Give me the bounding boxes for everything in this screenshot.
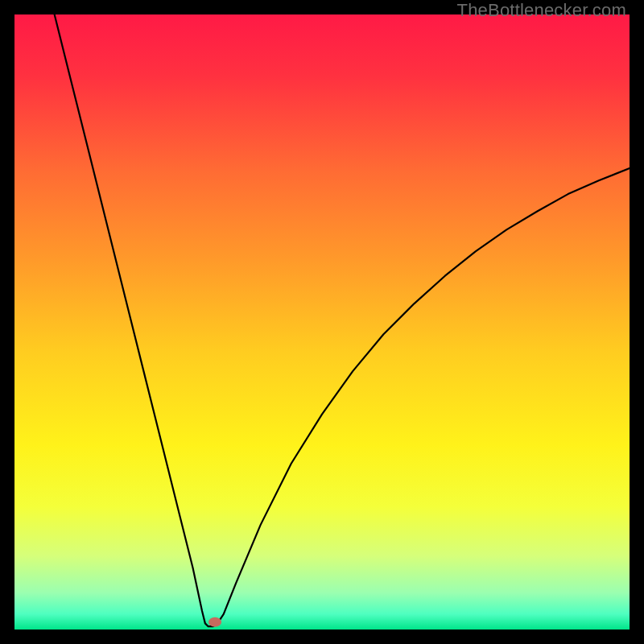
bottleneck-chart (14, 14, 630, 630)
watermark-text: TheBottlenecker.com (457, 0, 626, 21)
optimal-point-marker (208, 617, 221, 627)
gradient-background (14, 14, 630, 630)
chart-frame (14, 14, 630, 630)
